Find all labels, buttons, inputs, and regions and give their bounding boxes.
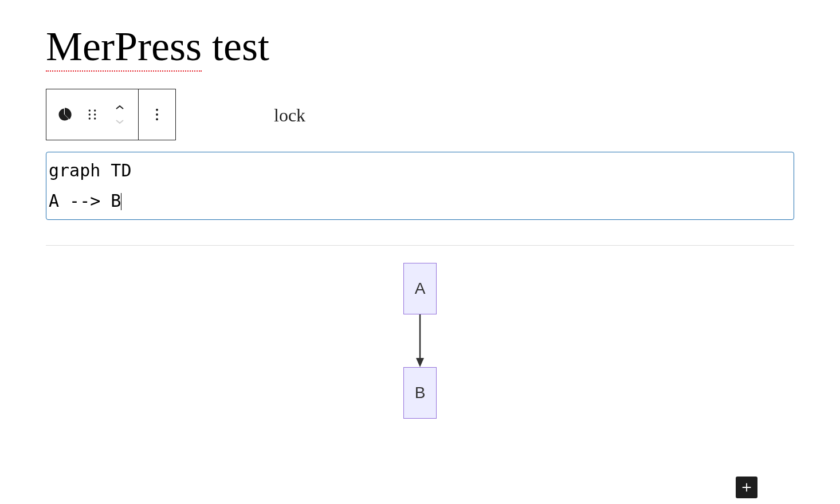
- svg-marker-10: [416, 358, 424, 367]
- drag-icon: [84, 107, 100, 123]
- graph-node-b: B: [403, 367, 437, 419]
- add-block-button[interactable]: [736, 477, 757, 498]
- mermaid-code-input[interactable]: graph TD A --> B: [46, 152, 794, 220]
- move-down-button[interactable]: [106, 115, 134, 128]
- svg-point-4: [89, 117, 91, 120]
- svg-point-3: [94, 113, 96, 116]
- code-line-1: graph TD: [49, 160, 132, 180]
- move-up-button[interactable]: [106, 101, 134, 115]
- divider: [46, 245, 794, 246]
- arrow-down-icon: [414, 314, 426, 367]
- svg-point-6: [156, 109, 158, 111]
- text-cursor: [121, 193, 121, 210]
- plus-icon: [740, 481, 753, 494]
- options-button[interactable]: [143, 101, 171, 128]
- title-word-2: test: [202, 23, 269, 69]
- chevron-up-icon: [115, 104, 125, 111]
- graph-edge-arrow: [414, 314, 426, 367]
- svg-point-5: [94, 117, 96, 120]
- svg-point-7: [156, 113, 158, 116]
- svg-point-8: [156, 118, 158, 120]
- drag-handle[interactable]: [78, 101, 106, 128]
- page-title[interactable]: MerPress test: [46, 23, 794, 72]
- block-type-button[interactable]: [51, 101, 78, 128]
- title-word-1: MerPress: [46, 23, 202, 72]
- svg-point-0: [89, 109, 91, 112]
- mermaid-rendered-diagram: A B: [46, 263, 794, 419]
- chevron-down-icon: [115, 118, 125, 125]
- code-line-2: A --> B: [49, 191, 121, 211]
- block-toolbar: [46, 89, 176, 140]
- svg-point-2: [89, 113, 91, 116]
- pie-chart-icon: [57, 107, 73, 123]
- more-vertical-icon: [149, 107, 165, 123]
- svg-point-1: [94, 109, 96, 112]
- graph-node-a: A: [403, 263, 437, 314]
- editor-area: lock: [46, 89, 794, 419]
